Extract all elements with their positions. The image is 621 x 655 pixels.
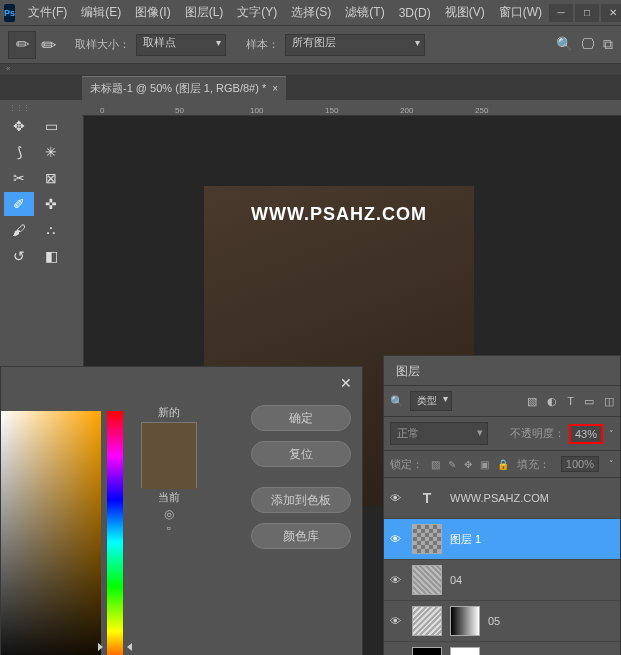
visibility-toggle[interactable]: 👁 bbox=[390, 574, 404, 586]
layer-filter-row: 🔍 类型 ▧ ◐ T ▭ ◫ bbox=[384, 386, 620, 417]
fill-dropdown-icon[interactable]: ˅ bbox=[609, 459, 614, 469]
brush-tool[interactable]: 🖌 bbox=[4, 218, 34, 242]
visibility-toggle[interactable]: 👁 bbox=[390, 615, 404, 627]
reset-button[interactable]: 复位 bbox=[251, 441, 351, 467]
menu-select[interactable]: 选择(S) bbox=[284, 1, 338, 24]
tool-preset-picker[interactable]: ✎ bbox=[8, 31, 36, 59]
stamp-tool[interactable]: ⛬ bbox=[36, 218, 66, 242]
sample-size-select[interactable]: 取样点 bbox=[136, 34, 226, 56]
layer-row[interactable]: 👁 04 bbox=[384, 560, 620, 601]
eyedropper-icon: ✎ bbox=[11, 33, 34, 56]
layer-row[interactable]: 👁 颜色填充 1 bbox=[384, 642, 620, 655]
minimize-button[interactable]: ─ bbox=[549, 4, 573, 22]
sample-size-label: 取样大小： bbox=[75, 37, 130, 52]
hue-slider-handle[interactable] bbox=[102, 639, 128, 647]
panel-collapse-strip[interactable]: « bbox=[0, 64, 621, 76]
options-bar: ✎ ✎ 取样大小： 取样点 样本： 所有图层 🔍 🖵 ⧉ bbox=[0, 26, 621, 64]
dialog-close-icon[interactable]: ✕ bbox=[340, 375, 352, 391]
layer-name[interactable]: 图层 1 bbox=[450, 532, 481, 547]
lock-icon[interactable]: 🔒 bbox=[497, 459, 509, 470]
current-color-preview bbox=[142, 456, 196, 489]
move-tool[interactable]: ✥ bbox=[4, 114, 34, 138]
layer-name[interactable]: 04 bbox=[450, 574, 462, 586]
document-tab-title: 未标题-1 @ 50% (图层 1, RGB/8#) * bbox=[90, 81, 266, 96]
fill-input[interactable]: 100% bbox=[561, 456, 599, 472]
layer-row[interactable]: 👁 图层 1 bbox=[384, 519, 620, 560]
layer-row[interactable]: 👁 05 bbox=[384, 601, 620, 642]
layers-tab[interactable]: 图层 bbox=[384, 356, 432, 385]
healing-tool[interactable]: ✜ bbox=[36, 192, 66, 216]
lock-label: 锁定： bbox=[390, 457, 423, 472]
sample-select[interactable]: 所有图层 bbox=[285, 34, 425, 56]
add-swatch-button[interactable]: 添加到色板 bbox=[251, 487, 351, 513]
menu-filter[interactable]: 滤镜(T) bbox=[338, 1, 391, 24]
layer-thumbnail[interactable] bbox=[412, 606, 442, 636]
visibility-toggle[interactable]: 👁 bbox=[390, 533, 404, 545]
visibility-toggle[interactable]: 👁 bbox=[390, 492, 404, 504]
option-right-icons: 🔍 🖵 ⧉ bbox=[556, 36, 613, 53]
menubar: Ps 文件(F) 编辑(E) 图像(I) 图层(L) 文字(Y) 选择(S) 滤… bbox=[0, 0, 621, 26]
layer-name[interactable]: 05 bbox=[488, 615, 500, 627]
menu-layer[interactable]: 图层(L) bbox=[178, 1, 231, 24]
lock-position-icon[interactable]: ✥ bbox=[464, 459, 472, 470]
cube-icon[interactable]: ◎ bbox=[164, 507, 174, 521]
main-area: ⋮⋮⋮ ✥ ▭ ⟆ ✳ ✂ ⊠ ✐ ✜ 🖌 ⛬ ↺ ◧ 0 50 100 150… bbox=[0, 100, 621, 655]
color-library-button[interactable]: 颜色库 bbox=[251, 523, 351, 549]
menu-view[interactable]: 视图(V) bbox=[438, 1, 492, 24]
blend-mode-select[interactable]: 正常 bbox=[390, 422, 488, 445]
new-color-label: 新的 bbox=[129, 405, 209, 420]
menu-edit[interactable]: 编辑(E) bbox=[74, 1, 128, 24]
close-button[interactable]: ✕ bbox=[601, 4, 621, 22]
filter-smart-icon[interactable]: ◫ bbox=[604, 395, 614, 408]
color-picker-dialog: ✕ 新的 当前 ◎ ▫ 确定 复位 bbox=[0, 366, 363, 655]
menu-file[interactable]: 文件(F) bbox=[21, 1, 74, 24]
ruler-horizontal[interactable]: 0 50 100 150 200 250 bbox=[82, 100, 621, 116]
maximize-button[interactable]: □ bbox=[575, 4, 599, 22]
layer-row[interactable]: 👁 T WWW.PSAHZ.COM bbox=[384, 478, 620, 519]
layer-mask[interactable] bbox=[450, 606, 480, 636]
layer-filter-type[interactable]: 类型 bbox=[410, 391, 452, 411]
lasso-tool[interactable]: ⟆ bbox=[4, 140, 34, 164]
sample-label: 样本： bbox=[246, 37, 279, 52]
search-icon[interactable]: 🔍 bbox=[556, 36, 573, 53]
opacity-dropdown-icon[interactable]: ˅ bbox=[609, 429, 614, 439]
color-field[interactable] bbox=[1, 411, 101, 655]
menu-3d[interactable]: 3D(D) bbox=[392, 3, 438, 23]
document-tabs: 未标题-1 @ 50% (图层 1, RGB/8#) * × bbox=[0, 76, 621, 100]
tab-close-icon[interactable]: × bbox=[272, 83, 278, 94]
quick-select-tool[interactable]: ✳ bbox=[36, 140, 66, 164]
frame-tool[interactable]: ⊠ bbox=[36, 166, 66, 190]
document-tab[interactable]: 未标题-1 @ 50% (图层 1, RGB/8#) * × bbox=[82, 76, 286, 100]
share-icon[interactable]: 🖵 bbox=[581, 36, 595, 53]
lock-pixels-icon[interactable]: ✎ bbox=[448, 459, 456, 470]
hue-slider[interactable] bbox=[107, 411, 123, 655]
lock-all-icon[interactable]: ▨ bbox=[431, 459, 440, 470]
layer-mask[interactable] bbox=[450, 647, 480, 655]
layer-name[interactable]: WWW.PSAHZ.COM bbox=[450, 492, 549, 504]
filter-shape-icon[interactable]: ▭ bbox=[584, 395, 594, 408]
toolbox: ⋮⋮⋮ ✥ ▭ ⟆ ✳ ✂ ⊠ ✐ ✜ 🖌 ⛬ ↺ ◧ bbox=[0, 100, 68, 272]
opacity-input[interactable]: 43% bbox=[569, 424, 603, 444]
filter-adjust-icon[interactable]: ◐ bbox=[547, 395, 557, 408]
toolbox-handle[interactable]: ⋮⋮⋮ bbox=[4, 104, 34, 112]
history-brush-tool[interactable]: ↺ bbox=[4, 244, 34, 268]
layer-thumbnail[interactable] bbox=[412, 524, 442, 554]
layer-thumbnail[interactable] bbox=[412, 647, 442, 655]
app-logo: Ps bbox=[4, 4, 15, 22]
menu-image[interactable]: 图像(I) bbox=[128, 1, 177, 24]
layer-blend-row: 正常 不透明度： 43% ˅ bbox=[384, 417, 620, 451]
filter-text-icon[interactable]: T bbox=[567, 395, 574, 408]
workspace-icon[interactable]: ⧉ bbox=[603, 36, 613, 53]
filter-pixel-icon[interactable]: ▧ bbox=[527, 395, 537, 408]
menu-type[interactable]: 文字(Y) bbox=[230, 1, 284, 24]
marquee-tool[interactable]: ▭ bbox=[36, 114, 66, 138]
eyedropper-tool[interactable]: ✐ bbox=[4, 192, 34, 216]
ok-button[interactable]: 确定 bbox=[251, 405, 351, 431]
eraser-tool[interactable]: ◧ bbox=[36, 244, 66, 268]
window-controls: ─ □ ✕ bbox=[549, 4, 621, 22]
crop-tool[interactable]: ✂ bbox=[4, 166, 34, 190]
lock-artboard-icon[interactable]: ▣ bbox=[480, 459, 489, 470]
menu-window[interactable]: 窗口(W) bbox=[492, 1, 549, 24]
layer-thumbnail[interactable] bbox=[412, 565, 442, 595]
websafe-icon[interactable]: ▫ bbox=[167, 521, 171, 535]
